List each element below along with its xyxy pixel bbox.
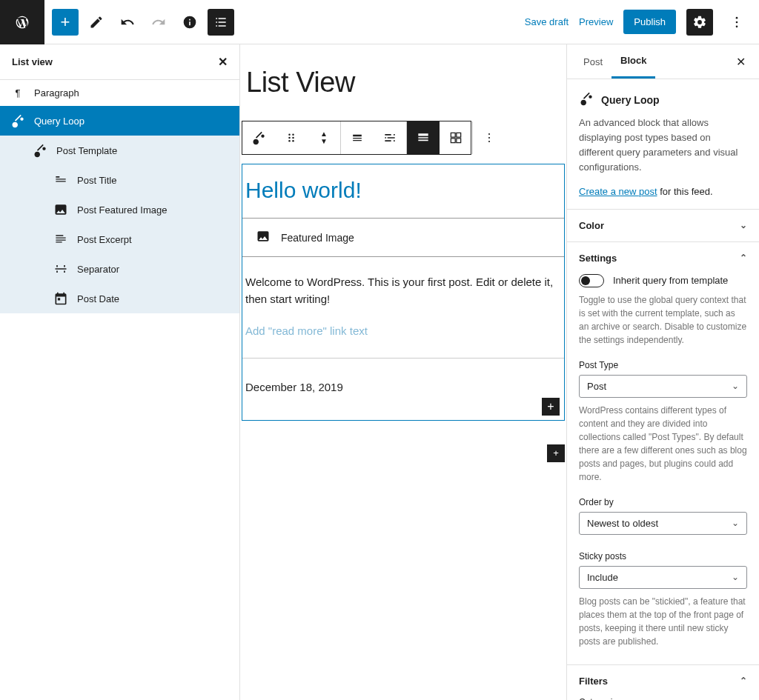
- settings-panel-toggle[interactable]: Settings ⌃: [567, 242, 759, 274]
- tab-post[interactable]: Post: [574, 46, 611, 78]
- close-icon[interactable]: ✕: [730, 49, 752, 75]
- preview-button[interactable]: Preview: [579, 16, 613, 27]
- chevron-down-icon: ⌄: [732, 518, 739, 528]
- editor-canvas: List View ▲▼: [240, 44, 566, 700]
- more-options-icon[interactable]: [723, 9, 750, 36]
- color-panel-toggle[interactable]: Color ⌄: [567, 210, 759, 241]
- order-by-select[interactable]: Newest to oldest ⌄: [579, 512, 747, 535]
- svg-point-6: [292, 137, 294, 139]
- featured-image-icon: [256, 229, 271, 246]
- listview-item-separator[interactable]: Separator: [0, 254, 239, 284]
- categories-label: Categories: [579, 697, 747, 700]
- post-title-icon: [53, 173, 68, 187]
- post-type-help: WordPress contains different types of co…: [579, 404, 747, 484]
- chevron-down-icon: ⌄: [732, 572, 739, 582]
- svg-point-1: [736, 21, 738, 23]
- list-layout-icon[interactable]: [407, 121, 440, 154]
- top-toolbar: + Save draft Preview Publish: [0, 0, 759, 44]
- block-description: An advanced block that allows displaying…: [579, 116, 747, 176]
- listview-item-post-excerpt[interactable]: Post Excerpt: [0, 224, 239, 254]
- paragraph-icon: ¶: [10, 87, 25, 99]
- post-title-block[interactable]: Hello world!: [242, 164, 564, 219]
- color-panel: Color ⌄: [567, 210, 759, 242]
- chevron-up-icon: ⌃: [740, 676, 747, 686]
- settings-gear-icon[interactable]: [686, 9, 713, 36]
- svg-point-7: [288, 140, 291, 142]
- listview-item-post-date[interactable]: Post Date: [0, 284, 239, 313]
- svg-point-5: [288, 137, 291, 139]
- align-icon[interactable]: [341, 121, 374, 154]
- inherit-query-label: Inherit query from template: [613, 275, 728, 286]
- svg-point-10: [488, 137, 490, 139]
- block-name: Query Loop: [601, 94, 660, 106]
- tab-block[interactable]: Block: [611, 44, 655, 79]
- undo-icon[interactable]: [114, 9, 141, 36]
- listview-toggle-icon[interactable]: [208, 9, 234, 36]
- sticky-posts-select[interactable]: Include ⌄: [579, 566, 747, 589]
- top-left-tools: +: [44, 9, 234, 36]
- svg-point-11: [488, 141, 490, 142]
- listview-item-paragraph[interactable]: ¶ Paragraph: [0, 80, 239, 106]
- move-updown-icon[interactable]: ▲▼: [308, 121, 340, 154]
- post-date-block[interactable]: December 18, 2019: [242, 359, 564, 420]
- svg-point-3: [288, 134, 291, 136]
- query-loop-block[interactable]: Hello world! Featured Image Welcome to W…: [242, 164, 565, 421]
- svg-point-9: [488, 133, 490, 135]
- settings-panel: Settings ⌃ Inherit query from template T…: [567, 242, 759, 665]
- listview-item-post-template[interactable]: Post Template: [0, 136, 239, 165]
- svg-point-4: [292, 134, 294, 136]
- save-draft-button[interactable]: Save draft: [525, 16, 569, 27]
- inherit-query-toggle[interactable]: [579, 274, 604, 287]
- post-type-label: Post Type: [579, 360, 747, 370]
- svg-point-0: [736, 16, 738, 19]
- filters-panel: Filters ⌃ Categories: [567, 665, 759, 700]
- order-by-label: Order by: [579, 497, 747, 507]
- chevron-down-icon: ⌄: [740, 220, 747, 230]
- more-toolbar-icon[interactable]: [473, 121, 506, 154]
- readmore-input[interactable]: Add "read more" link text: [242, 314, 564, 358]
- featured-image-label: Featured Image: [281, 232, 354, 244]
- listview-item-query-loop[interactable]: Query Loop: [0, 106, 239, 136]
- display-settings-icon[interactable]: [374, 121, 406, 154]
- add-block-appender-button[interactable]: +: [547, 444, 565, 462]
- excerpt-icon: [53, 232, 68, 247]
- drag-handle-icon[interactable]: [275, 121, 308, 154]
- separator-icon: [53, 261, 68, 276]
- featured-image-icon: [53, 202, 68, 217]
- listview-title: List view: [12, 56, 53, 67]
- sticky-posts-label: Sticky posts: [579, 551, 747, 561]
- add-block-button[interactable]: +: [52, 9, 79, 36]
- redo-icon[interactable]: [145, 9, 172, 36]
- svg-point-8: [292, 140, 294, 142]
- svg-point-2: [736, 25, 738, 27]
- listview-header: List view ✕: [0, 44, 239, 80]
- chevron-down-icon: ⌄: [732, 381, 739, 391]
- listview-item-featured-image[interactable]: Post Featured Image: [0, 195, 239, 224]
- chevron-up-icon: ⌃: [740, 253, 747, 263]
- sidebar-tabs: Post Block ✕: [567, 44, 759, 79]
- info-icon[interactable]: [176, 9, 203, 36]
- page-title[interactable]: List View: [243, 52, 565, 121]
- create-post-link[interactable]: Create a new post: [579, 186, 657, 197]
- post-type-select[interactable]: Post ⌄: [579, 375, 747, 398]
- calendar-icon: [53, 291, 68, 306]
- close-icon[interactable]: ✕: [218, 55, 228, 69]
- grid-layout-icon[interactable]: [440, 121, 472, 154]
- filters-panel-toggle[interactable]: Filters ⌃: [567, 665, 759, 697]
- listview-panel: List view ✕ ¶ Paragraph Query Loop Post …: [0, 44, 240, 700]
- block-info-panel: Query Loop An advanced block that allows…: [567, 79, 759, 210]
- post-excerpt-block[interactable]: Welcome to WordPress. This is your first…: [242, 257, 564, 314]
- create-post-text: Create a new post for this feed.: [579, 186, 747, 197]
- sticky-posts-help: Blog posts can be "stickied", a feature …: [579, 595, 747, 648]
- featured-image-block[interactable]: Featured Image: [242, 219, 564, 257]
- inherit-query-help: Toggle to use the global query context t…: [579, 293, 747, 347]
- block-toolbar: ▲▼: [242, 121, 471, 155]
- top-right-tools: Save draft Preview Publish: [525, 9, 759, 36]
- wordpress-logo[interactable]: [0, 0, 44, 44]
- publish-button[interactable]: Publish: [623, 10, 676, 34]
- edit-tool-icon[interactable]: [83, 9, 110, 36]
- add-block-inner-button[interactable]: +: [542, 398, 560, 416]
- loop-icon: [579, 91, 594, 108]
- listview-item-post-title[interactable]: Post Title: [0, 165, 239, 195]
- block-type-icon[interactable]: [242, 121, 275, 154]
